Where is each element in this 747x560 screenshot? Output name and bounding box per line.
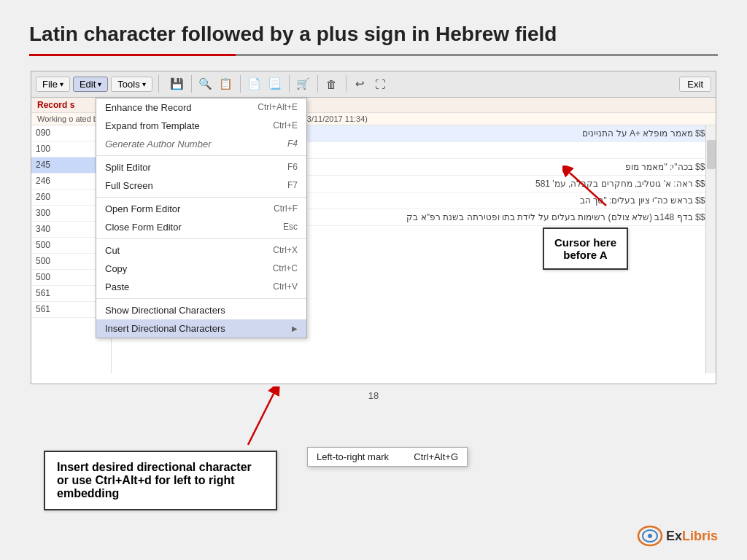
edit-menu-button[interactable]: Edit ▾ xyxy=(73,77,108,92)
file-menu-button[interactable]: File ▾ xyxy=(36,77,70,92)
working-label: Working o xyxy=(37,114,73,123)
svg-line-1 xyxy=(570,173,606,206)
slide-title: Latin character followed by a plus sign … xyxy=(29,22,718,47)
tools-menu-button[interactable]: Tools ▾ xyxy=(111,77,152,92)
menu-item-open-form[interactable]: Open Form Editor Ctrl+F xyxy=(96,200,306,218)
menu-item-generate-author[interactable]: Generate Author Number F4 xyxy=(96,135,306,153)
toolbar-icons: 💾 🔍 📋 📄 📃 🛒 🗑 ↩ ⛶ xyxy=(168,74,390,93)
file-chevron-icon: ▾ xyxy=(60,80,63,88)
menu-sep-4 xyxy=(96,298,306,299)
toolbar-sep-6 xyxy=(346,75,347,93)
trash-icon[interactable]: 🗑 xyxy=(322,74,341,93)
exlibris-logo: ExLibris xyxy=(637,525,718,547)
cursor-line1: Cursor here xyxy=(554,236,616,249)
bottom-annotation: Insert desired directional character or … xyxy=(44,451,277,510)
menu-item-expand[interactable]: Expand from Template Ctrl+E xyxy=(96,117,306,135)
menu-sep-2 xyxy=(96,197,306,198)
scrollbar[interactable] xyxy=(705,125,716,373)
bottom-arrow-icon xyxy=(241,386,285,452)
menu-item-insert-directional[interactable]: Insert Directional Characters xyxy=(96,319,306,338)
page-number: 18 xyxy=(29,390,718,401)
exit-button[interactable]: Exit xyxy=(679,77,711,92)
scrollbar-thumb[interactable] xyxy=(707,140,716,169)
toolbar-sep-5 xyxy=(317,75,318,93)
record-label: Record s xyxy=(37,100,74,110)
arrow-icon[interactable]: ↩ xyxy=(351,74,370,93)
cursor-arrow-icon xyxy=(562,166,621,209)
menu-item-enhance[interactable]: Enhance the Record Ctrl+Alt+E xyxy=(96,98,306,117)
toolbar-sep-3 xyxy=(240,75,241,93)
exlibris-logo-icon xyxy=(637,525,663,547)
menu-item-split-editor[interactable]: Split Editor F6 xyxy=(96,158,306,176)
cursor-annotation: Cursor here before A xyxy=(543,228,628,270)
edit-chevron-icon: ▾ xyxy=(98,80,101,88)
search-icon[interactable]: 🔍 xyxy=(196,74,215,93)
menu-item-close-form[interactable]: Close Form Editor Esc xyxy=(96,218,306,236)
menu-item-paste[interactable]: Paste Ctrl+V xyxy=(96,278,306,296)
edit-dropdown-menu: Enhance the Record Ctrl+Alt+E Expand fro… xyxy=(96,98,307,338)
doc2-icon[interactable]: 📃 xyxy=(266,74,285,93)
svg-line-3 xyxy=(248,394,274,445)
toolbar-sep-1 xyxy=(158,75,159,93)
toolbar-sep-4 xyxy=(289,75,290,93)
doc1-icon[interactable]: 📄 xyxy=(245,74,264,93)
submenu-insert-directional: Left-to-right mark Ctrl+Alt+G xyxy=(307,447,468,467)
submenu-item-ltr-mark[interactable]: Left-to-right mark Ctrl+Alt+G xyxy=(308,448,467,466)
svg-point-6 xyxy=(648,534,652,538)
expand-icon[interactable]: ⛶ xyxy=(371,74,390,93)
menu-item-full-screen[interactable]: Full Screen F7 xyxy=(96,176,306,195)
menu-item-copy[interactable]: Copy Ctrl+C xyxy=(96,260,306,278)
tools-chevron-icon: ▾ xyxy=(142,80,146,88)
copy-icon[interactable]: 📋 xyxy=(217,74,236,93)
toolbar-sep-2 xyxy=(191,75,192,93)
menu-item-show-directional[interactable]: Show Directional Characters xyxy=(96,301,306,319)
slide-container: Latin character followed by a plus sign … xyxy=(0,0,747,560)
bottom-annotation-text: Insert desired directional character or … xyxy=(57,461,252,499)
title-underline xyxy=(29,54,718,56)
cart-icon[interactable]: 🛒 xyxy=(294,74,313,93)
menu-sep-3 xyxy=(96,238,306,239)
save-icon[interactable]: 💾 xyxy=(168,74,187,93)
toolbar: File ▾ Edit ▾ Tools ▾ 💾 🔍 📋 📄 📃 xyxy=(31,71,716,98)
cursor-line2: before A xyxy=(554,249,616,261)
menu-sep-1 xyxy=(96,155,306,156)
ui-window: File ▾ Edit ▾ Tools ▾ 💾 🔍 📋 📄 📃 xyxy=(31,71,716,384)
menu-item-cut[interactable]: Cut Ctrl+X xyxy=(96,241,306,260)
